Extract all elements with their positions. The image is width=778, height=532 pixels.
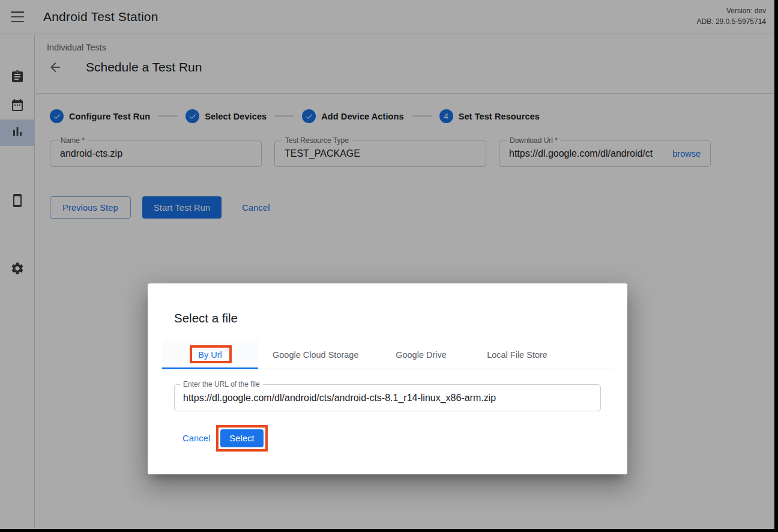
url-input-value: https://dl.google.com/dl/android/cts/and…	[175, 393, 600, 404]
android-test-station-app: Android Test Station Version: dev ADB: 2…	[0, 0, 774, 529]
dialog-select-button[interactable]: Select	[220, 429, 264, 447]
tab-label: Google Cloud Storage	[273, 350, 359, 360]
dialog-title: Select a file	[174, 311, 238, 325]
tab-google-drive[interactable]: Google Drive	[373, 340, 469, 369]
tab-label: Google Drive	[396, 350, 447, 360]
tab-google-cloud-storage[interactable]: Google Cloud Storage	[258, 340, 373, 369]
url-input-field[interactable]: Enter the URL of the file https://dl.goo…	[174, 384, 601, 411]
file-source-tabs: By Url Google Cloud Storage Google Drive…	[162, 340, 613, 369]
tab-by-url[interactable]: By Url	[162, 340, 258, 369]
tab-label: Local File Store	[487, 350, 547, 360]
dialog-actions: Cancel Select	[182, 425, 268, 451]
select-file-dialog: Select a file By Url Google Cloud Storag…	[148, 283, 627, 474]
tab-label: By Url	[198, 350, 222, 360]
dialog-cancel-button[interactable]: Cancel	[182, 427, 210, 449]
tab-local-file-store[interactable]: Local File Store	[469, 340, 565, 369]
screenshot-frame: Android Test Station Version: dev ADB: 2…	[0, 0, 778, 532]
annotation-box-select: Select	[216, 425, 268, 452]
url-input-label: Enter the URL of the file	[180, 380, 263, 388]
